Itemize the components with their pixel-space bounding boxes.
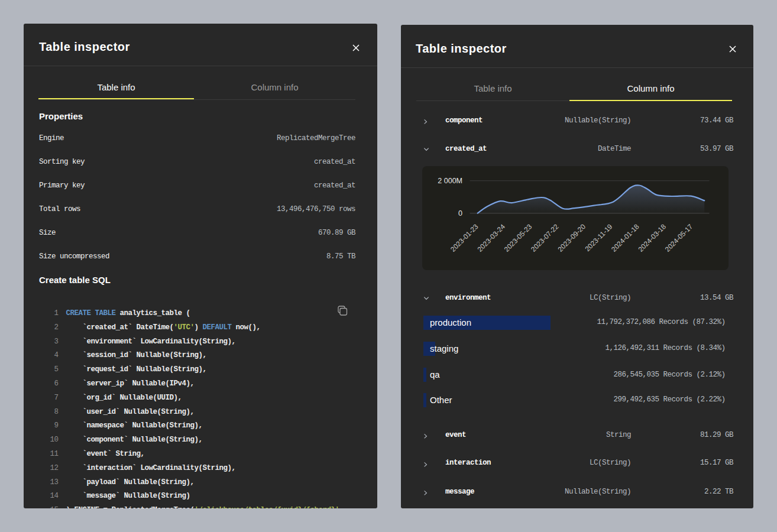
- svg-text:2024-01-18: 2024-01-18: [610, 222, 641, 254]
- svg-text:2024-05-17: 2024-05-17: [663, 222, 695, 254]
- svg-text:2023-05-23: 2023-05-23: [503, 222, 534, 254]
- svg-text:2023-01-23: 2023-01-23: [449, 222, 480, 254]
- svg-text:2023-03-24: 2023-03-24: [475, 222, 507, 254]
- svg-text:2 000M: 2 000M: [438, 177, 462, 185]
- svg-text:2023-07-22: 2023-07-22: [529, 222, 561, 254]
- svg-text:2023-09-20: 2023-09-20: [556, 222, 587, 254]
- svg-text:0: 0: [458, 209, 462, 218]
- svg-text:2023-11-19: 2023-11-19: [583, 222, 614, 253]
- svg-text:2024-03-18: 2024-03-18: [636, 222, 668, 254]
